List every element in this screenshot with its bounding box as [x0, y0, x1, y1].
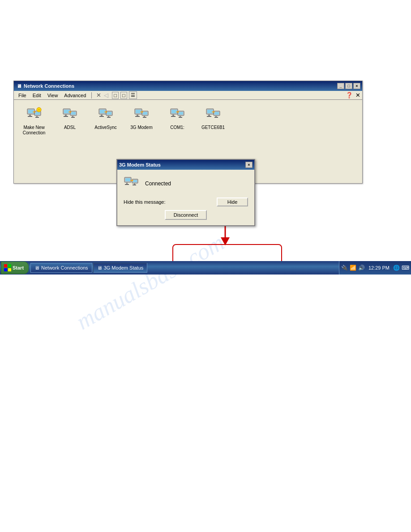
toolbar-restore-icon[interactable]: □	[112, 92, 119, 99]
systray-signal-icon: 📶	[350, 265, 356, 271]
menu-separator	[91, 92, 92, 99]
svg-rect-18	[72, 116, 73, 117]
toolbar-back-icon[interactable]: ◁	[104, 92, 108, 99]
toolbar-close-icon[interactable]: ✕	[355, 92, 360, 99]
svg-rect-59	[214, 117, 218, 118]
svg-rect-5	[35, 112, 40, 115]
3g-modem-svg	[133, 106, 150, 123]
svg-rect-54	[208, 115, 210, 116]
svg-rect-23	[100, 110, 105, 113]
adsl-label: ADSL	[64, 125, 76, 130]
com1-svg	[169, 106, 186, 123]
desktop: 🖥 Network Connections _ □ × File Edit Vi…	[0, 0, 411, 532]
svg-rect-33	[136, 110, 141, 113]
titlebar-left: 🖥 Network Connections	[16, 83, 74, 89]
svg-rect-63	[125, 178, 130, 181]
svg-rect-24	[101, 115, 103, 116]
3g-modem-label: 3G Modem	[130, 125, 152, 130]
svg-rect-6	[36, 116, 38, 117]
com1-image	[168, 105, 187, 124]
dialog-modem-svg	[124, 175, 141, 192]
menu-advanced[interactable]: Advanced	[61, 92, 89, 99]
start-icon	[4, 264, 11, 271]
icon-com1[interactable]: COM1:	[162, 104, 193, 131]
svg-rect-7	[35, 117, 39, 118]
systray-volume-icon: 🔊	[358, 265, 365, 271]
maximize-button[interactable]: □	[345, 83, 352, 89]
taskbar-items: 🖥 Network Connections 🖥 3G Modem Status	[30, 263, 339, 273]
icon-activesync[interactable]: ActiveSync	[90, 104, 121, 131]
start-button[interactable]: Start	[1, 262, 29, 274]
svg-rect-58	[215, 116, 217, 117]
svg-rect-76	[4, 268, 7, 271]
getce6b1-label: GETCE6B1	[201, 125, 225, 130]
svg-rect-27	[107, 112, 111, 115]
svg-rect-74	[4, 264, 7, 267]
toolbar-list-icon[interactable]: ☰	[129, 91, 137, 99]
toolbar-tile-icon[interactable]: □	[120, 92, 127, 99]
svg-rect-15	[64, 116, 68, 117]
dialog-hide-row: Hide this message: Hide	[124, 197, 248, 206]
window-icon: 🖥	[16, 83, 22, 89]
systray-keyboard-icon: ⌨	[402, 265, 409, 271]
svg-rect-77	[8, 268, 11, 271]
svg-rect-28	[108, 116, 109, 117]
svg-rect-1	[28, 110, 34, 113]
adsl-image	[60, 105, 79, 124]
taskbar-item-3g-label: 3G Modem Status	[104, 265, 144, 270]
toolbar-x-icon[interactable]: ✕	[96, 92, 101, 99]
svg-rect-2	[29, 115, 31, 116]
icon-adsl[interactable]: ADSL	[54, 104, 86, 131]
make-new-connection-svg: +	[26, 106, 43, 123]
svg-rect-17	[71, 112, 76, 115]
svg-rect-34	[137, 115, 138, 116]
svg-rect-47	[179, 112, 183, 115]
icon-make-new-connection[interactable]: + Make New Connection	[18, 104, 50, 137]
menu-file[interactable]: File	[16, 92, 29, 99]
svg-rect-67	[133, 180, 137, 182]
svg-rect-65	[125, 184, 129, 185]
dialog-connected-text: Connected	[145, 180, 171, 187]
activesync-image	[96, 105, 115, 124]
toolbar-help-icon[interactable]: ❓	[346, 92, 353, 99]
titlebar-buttons: _ □ ×	[337, 83, 360, 89]
start-label: Start	[13, 265, 24, 270]
svg-rect-44	[172, 115, 174, 116]
svg-rect-29	[107, 117, 111, 118]
dialog-hide-label: Hide this message:	[124, 199, 166, 205]
3g-modem-status-dialog: 3G Modem Status ×	[116, 159, 255, 226]
dialog-close-button[interactable]: ×	[245, 162, 253, 168]
dialog-title: 3G Modem Status	[119, 162, 161, 167]
make-new-connection-label: Make New Connection	[19, 125, 49, 136]
icons-area: + Make New Connection	[14, 100, 362, 141]
taskbar-right: 🔌 📶 🔊 12:29 PM 🌐 ⌨	[339, 261, 411, 275]
activesync-svg	[97, 106, 114, 123]
svg-rect-19	[71, 117, 75, 118]
clock: 12:29 PM	[367, 265, 391, 270]
activesync-label: ActiveSync	[94, 125, 116, 130]
hide-button[interactable]: Hide	[217, 197, 248, 206]
icon-getce6b1[interactable]: GETCE6B1	[197, 104, 229, 131]
close-button[interactable]: ×	[353, 83, 360, 89]
taskbar-item-3g-modem-status[interactable]: 🖥 3G Modem Status	[93, 263, 148, 273]
svg-rect-48	[180, 116, 181, 117]
svg-rect-68	[134, 184, 135, 184]
systray-network2-icon: 🌐	[393, 265, 400, 271]
svg-rect-43	[171, 110, 177, 113]
svg-rect-35	[135, 116, 140, 117]
taskbar-item-network-label: Network Connections	[41, 265, 88, 270]
icon-3g-modem[interactable]: 3G Modem	[126, 104, 157, 131]
svg-rect-57	[214, 112, 219, 115]
svg-rect-39	[143, 117, 146, 118]
taskbar-item-3g-icon: 🖥	[97, 265, 102, 270]
disconnect-button[interactable]: Disconnect	[165, 210, 207, 220]
minimize-button[interactable]: _	[337, 83, 344, 89]
window-title: Network Connections	[24, 83, 74, 89]
svg-rect-13	[64, 110, 69, 113]
menu-view[interactable]: View	[45, 92, 61, 99]
svg-rect-14	[65, 115, 67, 116]
menu-edit[interactable]: Edit	[30, 92, 44, 99]
taskbar-item-network-connections[interactable]: 🖥 Network Connections	[30, 263, 92, 273]
taskbar: Start 🖥 Network Connections 🖥 3G Modem S…	[0, 261, 411, 275]
window-titlebar: 🖥 Network Connections _ □ ×	[14, 81, 362, 91]
